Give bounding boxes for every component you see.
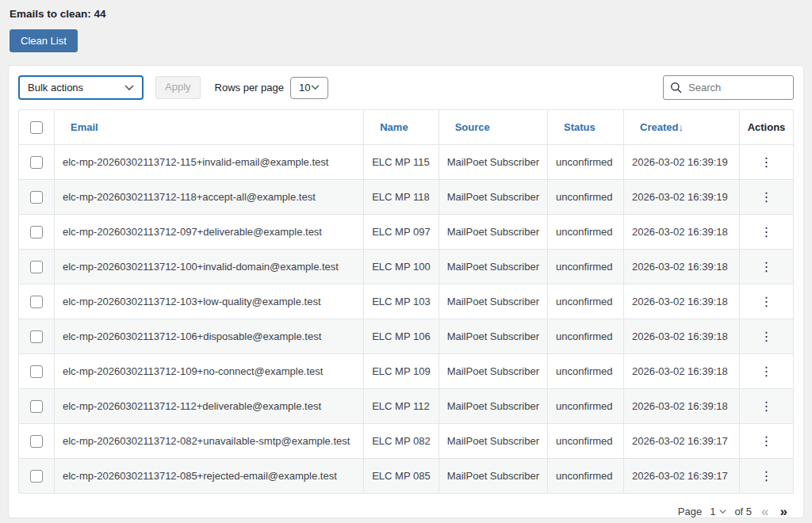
- created-cell: 2026-03-02 16:39:18: [624, 389, 740, 424]
- email-cell: elc-mp-20260302113712-085+rejected-email…: [55, 459, 364, 494]
- page-label: Page: [678, 506, 702, 517]
- select-all-checkbox[interactable]: [30, 121, 43, 134]
- current-page-value: 1: [710, 506, 715, 517]
- created-cell: 2026-03-02 16:39:18: [624, 250, 740, 284]
- email-cell: elc-mp-20260302113712-103+low-quality@ex…: [55, 284, 364, 319]
- row-checkbox[interactable]: [30, 470, 43, 483]
- column-header-email[interactable]: Email: [55, 110, 364, 145]
- created-cell: 2026-03-02 16:39:17: [624, 424, 740, 459]
- created-cell: 2026-03-02 16:39:19: [624, 180, 740, 215]
- row-checkbox[interactable]: [30, 400, 43, 413]
- table-row: elc-mp-20260302113712-112+deliverable@ex…: [19, 389, 794, 424]
- row-actions-menu-button[interactable]: ⋮: [754, 329, 779, 345]
- rows-per-page-select[interactable]: 10: [290, 77, 328, 99]
- row-actions-menu-button[interactable]: ⋮: [754, 259, 779, 275]
- search-box: [663, 75, 794, 100]
- row-checkbox-cell: [19, 389, 55, 424]
- row-checkbox[interactable]: [30, 156, 43, 169]
- table-row: elc-mp-20260302113712-106+disposable@exa…: [19, 319, 794, 354]
- apply-button[interactable]: Apply: [155, 76, 201, 98]
- column-header-status-label: Status: [564, 121, 596, 133]
- status-cell: unconfirmed: [548, 424, 624, 459]
- actions-cell: ⋮: [740, 145, 794, 180]
- chevron-down-icon: [124, 85, 134, 91]
- row-checkbox-cell: [19, 180, 55, 215]
- actions-cell: ⋮: [740, 389, 794, 424]
- actions-cell: ⋮: [740, 459, 794, 494]
- source-cell: MailPoet Subscriber: [439, 459, 547, 494]
- email-cell: elc-mp-20260302113712-115+invalid-email@…: [55, 145, 364, 180]
- status-cell: unconfirmed: [548, 389, 624, 424]
- next-page-button[interactable]: »: [779, 505, 789, 518]
- page-number-select[interactable]: 1: [710, 506, 726, 517]
- column-header-actions: Actions: [740, 110, 794, 145]
- bulk-actions-selected-value: Bulk actions: [28, 82, 83, 94]
- subscribers-table-card: Bulk actions Apply Rows per page 10: [8, 65, 804, 518]
- email-cell: elc-mp-20260302113712-082+unavailable-sm…: [55, 424, 364, 459]
- row-actions-menu-button[interactable]: ⋮: [754, 224, 779, 240]
- previous-page-button[interactable]: «: [760, 505, 770, 518]
- double-chevron-left-icon: «: [761, 504, 768, 519]
- column-header-source[interactable]: Source: [439, 110, 547, 145]
- row-checkbox-cell: [19, 284, 55, 319]
- row-checkbox[interactable]: [30, 261, 43, 273]
- actions-cell: ⋮: [740, 354, 794, 389]
- row-checkbox-cell: [19, 250, 55, 284]
- row-checkbox[interactable]: [30, 330, 43, 343]
- status-cell: unconfirmed: [548, 354, 624, 389]
- table-header-row: Email Name Source Status Created↓ Action…: [19, 110, 794, 145]
- chevron-down-icon: [311, 85, 320, 90]
- rows-per-page-label: Rows per page: [215, 82, 284, 94]
- row-actions-menu-button[interactable]: ⋮: [754, 433, 779, 449]
- name-cell: ELC MP 082: [364, 424, 439, 459]
- status-cell: unconfirmed: [548, 215, 624, 250]
- emails-to-clean-count: Emails to clean: 44: [10, 8, 802, 20]
- column-header-status[interactable]: Status: [548, 110, 624, 145]
- row-checkbox[interactable]: [30, 191, 43, 204]
- created-cell: 2026-03-02 16:39:18: [624, 284, 740, 319]
- row-checkbox-cell: [19, 319, 55, 354]
- row-actions-menu-button[interactable]: ⋮: [754, 155, 779, 170]
- name-cell: ELC MP 103: [364, 284, 439, 319]
- table-row: elc-mp-20260302113712-103+low-quality@ex…: [19, 284, 794, 319]
- row-checkbox-cell: [19, 145, 55, 180]
- name-cell: ELC MP 097: [364, 215, 439, 250]
- row-actions-menu-button[interactable]: ⋮: [754, 364, 779, 380]
- rows-per-page-selected-value: 10: [299, 82, 310, 94]
- column-header-source-label: Source: [455, 121, 490, 133]
- table-row: elc-mp-20260302113712-082+unavailable-sm…: [19, 424, 794, 459]
- search-icon: [670, 82, 682, 94]
- column-header-name[interactable]: Name: [364, 110, 439, 145]
- created-cell: 2026-03-02 16:39:18: [624, 319, 740, 354]
- row-actions-menu-button[interactable]: ⋮: [754, 399, 779, 414]
- row-actions-menu-button[interactable]: ⋮: [754, 294, 779, 310]
- email-cell: elc-mp-20260302113712-109+no-connect@exa…: [55, 354, 364, 389]
- email-cell: elc-mp-20260302113712-112+deliverable@ex…: [55, 389, 364, 424]
- bulk-actions-select[interactable]: Bulk actions: [18, 75, 144, 100]
- row-actions-menu-button[interactable]: ⋮: [754, 468, 779, 484]
- table-row: elc-mp-20260302113712-115+invalid-email@…: [19, 145, 794, 180]
- email-cell: elc-mp-20260302113712-106+disposable@exa…: [55, 319, 364, 354]
- source-cell: MailPoet Subscriber: [439, 145, 547, 180]
- column-header-created[interactable]: Created↓: [624, 110, 740, 145]
- pagination: Page 1 of 5 « »: [18, 494, 794, 518]
- column-header-actions-label: Actions: [748, 121, 786, 133]
- status-cell: unconfirmed: [548, 250, 624, 284]
- actions-cell: ⋮: [740, 180, 794, 215]
- row-checkbox[interactable]: [30, 296, 43, 308]
- status-cell: unconfirmed: [548, 145, 624, 180]
- row-checkbox[interactable]: [30, 365, 43, 378]
- clean-list-button[interactable]: Clean List: [10, 29, 78, 52]
- actions-cell: ⋮: [740, 424, 794, 459]
- select-all-cell: [19, 110, 55, 145]
- row-actions-menu-button[interactable]: ⋮: [754, 189, 779, 205]
- table-row: elc-mp-20260302113712-118+accept-all@exa…: [19, 180, 794, 215]
- sort-descending-icon: ↓: [678, 121, 684, 133]
- source-cell: MailPoet Subscriber: [439, 180, 547, 215]
- column-header-name-label: Name: [380, 121, 408, 133]
- email-cell: elc-mp-20260302113712-097+deliverable@ex…: [55, 215, 364, 250]
- search-input[interactable]: [687, 81, 787, 94]
- created-cell: 2026-03-02 16:39:17: [624, 459, 740, 494]
- row-checkbox[interactable]: [30, 226, 43, 239]
- row-checkbox[interactable]: [30, 435, 43, 448]
